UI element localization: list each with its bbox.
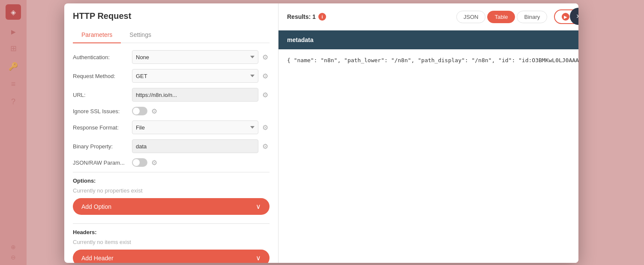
response-format-control: File JSON String ⚙	[132, 120, 270, 134]
authentication-gear-icon[interactable]: ⚙	[261, 53, 270, 61]
binary-property-input[interactable]	[132, 139, 258, 153]
add-header-chevron-icon: ∨	[256, 254, 261, 262]
authentication-label: Authentication:	[73, 54, 129, 60]
chevron-down-icon: ∨	[256, 202, 261, 211]
view-tab-table[interactable]: Table	[487, 11, 515, 23]
add-header-label: Add Header	[81, 255, 114, 262]
left-panel-header: HTTP Request Parameters Settings	[64, 3, 278, 43]
ignore-ssl-gear-icon[interactable]: ⚙	[150, 107, 159, 115]
tabs: Parameters Settings	[73, 27, 270, 43]
json-raw-toggle[interactable]	[132, 158, 147, 167]
modal-title: HTTP Request	[73, 11, 270, 21]
tab-parameters[interactable]: Parameters	[73, 27, 121, 43]
response-format-select[interactable]: File JSON String	[132, 120, 258, 134]
modal: × HTTP Request Parameters Settings Authe…	[64, 3, 578, 263]
authentication-row: Authentication: None Basic Auth OAuth2 ⚙	[73, 50, 270, 64]
json-raw-toggle-wrapper	[132, 158, 147, 167]
right-panel-header: Results: 1 i JSON Table Binary ▶ Execute…	[279, 3, 578, 30]
request-method-select[interactable]: GET POST PUT DELETE	[132, 69, 258, 83]
left-panel-content: Authentication: None Basic Auth OAuth2 ⚙…	[64, 43, 278, 263]
tab-settings[interactable]: Settings	[121, 27, 160, 43]
right-panel: Results: 1 i JSON Table Binary ▶ Execute…	[279, 3, 578, 263]
info-icon[interactable]: i	[318, 13, 326, 21]
metadata-json: { "name": "n8n", "path_lower": "/n8n", "…	[287, 56, 578, 65]
headers-divider	[73, 223, 270, 224]
authentication-select[interactable]: None Basic Auth OAuth2	[132, 50, 258, 64]
play-icon: ▶	[562, 13, 569, 21]
json-raw-label: JSON/RAW Param...	[73, 160, 129, 166]
url-label: URL:	[73, 92, 129, 98]
add-header-button[interactable]: Add Header ∨	[73, 250, 270, 263]
view-tab-json[interactable]: JSON	[456, 11, 486, 23]
headers-title: Headers:	[73, 229, 270, 235]
url-input[interactable]	[132, 88, 258, 102]
authentication-control: None Basic Auth OAuth2 ⚙	[132, 50, 270, 64]
binary-property-row: Binary Property: ⚙	[73, 139, 270, 153]
ignore-ssl-toggle-wrapper	[132, 107, 147, 115]
url-control: ⚙	[132, 88, 270, 102]
results-text: Results: 1	[287, 13, 316, 20]
response-format-gear-icon[interactable]: ⚙	[261, 123, 270, 132]
left-panel: HTTP Request Parameters Settings Authent…	[64, 3, 279, 263]
options-title: Options:	[73, 178, 270, 184]
options-divider	[73, 172, 270, 172]
response-format-label: Response Format:	[73, 124, 129, 131]
right-panel-content: metadata { "name": "n8n", "path_lower": …	[279, 30, 578, 263]
close-icon: ×	[576, 12, 578, 21]
ignore-ssl-toggle[interactable]	[132, 107, 147, 115]
metadata-header: metadata	[279, 30, 578, 49]
results-label: Results: 1 i	[287, 13, 326, 21]
options-empty-text: Currently no properties exist	[73, 187, 270, 194]
url-gear-icon[interactable]: ⚙	[261, 91, 270, 99]
binary-property-label: Binary Property:	[73, 143, 129, 150]
add-option-button[interactable]: Add Option ∨	[73, 198, 270, 215]
request-method-gear-icon[interactable]: ⚙	[261, 72, 270, 80]
ignore-ssl-row: Ignore SSL Issues: ⚙	[73, 107, 270, 115]
request-method-label: Request Method:	[73, 73, 129, 79]
response-format-row: Response Format: File JSON String ⚙	[73, 120, 270, 134]
ignore-ssl-control: ⚙	[132, 107, 270, 115]
json-raw-gear-icon[interactable]: ⚙	[150, 159, 159, 167]
view-tab-binary[interactable]: Binary	[517, 11, 547, 23]
binary-property-gear-icon[interactable]: ⚙	[261, 142, 270, 151]
json-raw-control: ⚙	[132, 158, 270, 167]
json-raw-row: JSON/RAW Param... ⚙	[73, 158, 270, 167]
view-tabs: JSON Table Binary	[456, 11, 548, 23]
headers-empty-text: Currently no items exist	[73, 239, 270, 245]
modal-body: HTTP Request Parameters Settings Authent…	[64, 3, 578, 263]
request-method-control: GET POST PUT DELETE ⚙	[132, 69, 270, 83]
request-method-row: Request Method: GET POST PUT DELETE ⚙	[73, 69, 270, 83]
ignore-ssl-label: Ignore SSL Issues:	[73, 108, 129, 114]
binary-property-control: ⚙	[132, 139, 270, 153]
metadata-body: { "name": "n8n", "path_lower": "/n8n", "…	[279, 49, 578, 72]
url-row: URL: ⚙	[73, 88, 270, 102]
add-option-label: Add Option	[81, 203, 111, 210]
